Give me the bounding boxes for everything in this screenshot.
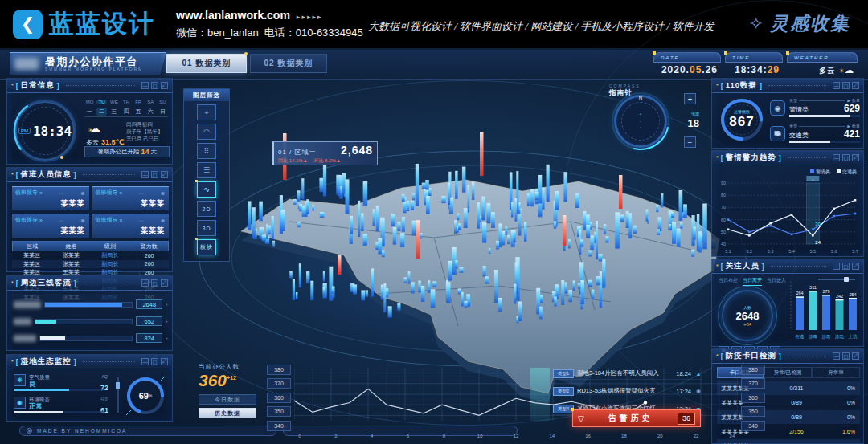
layer-chart-button[interactable]: ∿: [197, 181, 216, 198]
alert-row[interactable]: 类型2 RD13-53栋烟感报警疑似火灾 17:24 ◉: [553, 385, 702, 397]
svg-text:涉黑: 涉黑: [822, 334, 832, 340]
tooltip-yoy: 同比 14.1%▲: [278, 157, 308, 165]
svg-text:90: 90: [721, 181, 726, 185]
weather-temp: 31.5℃: [101, 138, 124, 146]
occupancy-yaxis-left: 380370360350340: [267, 365, 291, 434]
expand-icon[interactable]: ⤢: [852, 352, 859, 360]
svg-text:5.2: 5.2: [747, 249, 753, 254]
zoom-out-button[interactable]: −: [684, 136, 696, 148]
duty-card[interactable]: 值班领导»⋯⊗某某某: [12, 186, 89, 210]
minimize-icon[interactable]: —: [833, 154, 840, 161]
chevron-icon: »: [39, 218, 43, 223]
tab-today-enter[interactable]: 当日进入: [767, 277, 786, 286]
minimize-icon[interactable]: —: [833, 352, 840, 360]
today-data-button[interactable]: 今日数据: [199, 394, 256, 405]
layer-3d-button[interactable]: 3D: [197, 220, 216, 236]
window-icon[interactable]: ▢: [151, 171, 158, 178]
leaf-icon: ❋: [14, 374, 26, 386]
duty-card[interactable]: 值班领导»⋯⊗某某某: [92, 214, 170, 238]
expand-icon[interactable]: ⤢: [852, 154, 859, 161]
minimize-icon[interactable]: —: [141, 279, 149, 287]
window-icon[interactable]: ▢: [842, 352, 850, 360]
svg-text:311: 311: [809, 285, 817, 290]
tab-today-left[interactable]: 当日离开: [743, 277, 762, 286]
layer-pin-button[interactable]: ⌖: [197, 104, 216, 120]
week-row-en[interactable]: MOTUWETHFRSASU: [84, 100, 168, 104]
window-icon[interactable]: ▢: [151, 82, 158, 89]
expand-icon[interactable]: ⤢: [161, 171, 168, 178]
col-abnormal-rate[interactable]: 异常率: [812, 367, 860, 378]
layer-2d-button[interactable]: 2D: [197, 201, 216, 217]
title-logo-blur: [14, 58, 39, 70]
svg-text:5.3: 5.3: [768, 249, 774, 254]
collect-badge[interactable]: ✧ 灵感收集: [749, 11, 850, 36]
dot-icon[interactable]: ◉: [694, 388, 702, 394]
layer-grid-button[interactable]: ⠿: [197, 143, 216, 159]
watermark-pill: ◉ MADE BY NEHOMMICOA: [19, 426, 276, 436]
layer-filter-panel: 图层筛选 ⌖ ◠ ⠿ ☰ ∿ 2D 3D 板块: [183, 88, 230, 262]
tooltip-value: 2,648: [341, 144, 373, 157]
col-abnormal-detected[interactable]: 异常/已检测: [764, 367, 812, 378]
eco-slider[interactable]: [117, 377, 119, 413]
window-icon[interactable]: ▢: [842, 263, 850, 270]
minimize-icon[interactable]: —: [833, 263, 840, 270]
svg-text:5.5: 5.5: [810, 249, 817, 254]
week-row-cn[interactable]: 一二三四五六日: [84, 108, 168, 116]
expand-icon[interactable]: ⤢: [161, 358, 168, 365]
arrows-icon: ▸▸▸▸▸: [297, 13, 323, 21]
table-row: 某某某某某2/2681.6%: [717, 439, 860, 444]
compass-dial[interactable]: N ⌃·⌄: [614, 95, 667, 148]
duty-card[interactable]: 值班领导»⋯⊗某某某: [92, 186, 170, 210]
layer-list-button[interactable]: ☰: [197, 162, 216, 178]
layer-block-button[interactable]: 板块: [197, 239, 216, 255]
duty-card[interactable]: 值班领导»⋯⊗某某某: [12, 214, 89, 238]
signal-icon: ◠: [203, 128, 210, 136]
minimize-icon[interactable]: —: [141, 82, 149, 89]
minimize-icon[interactable]: —: [141, 358, 149, 365]
zoom-in-button[interactable]: +: [684, 93, 696, 104]
redacted-label: [14, 301, 41, 308]
redacted-label: [14, 318, 31, 325]
office-count-label: 当前办公人数: [199, 363, 240, 371]
svg-text:5.1: 5.1: [725, 249, 731, 254]
svg-text:在逃: 在逃: [796, 334, 805, 339]
up-triangle-icon[interactable]: ▲: [694, 371, 702, 377]
expand-icon[interactable]: ⤢: [852, 263, 859, 270]
expand-icon[interactable]: ⤢: [852, 82, 859, 89]
layer-filter-title: 图层筛选: [184, 89, 229, 101]
panel-title: 关注人员: [726, 261, 760, 271]
expand-icon[interactable]: ⤢: [161, 279, 168, 287]
close-icon: ⊗: [161, 218, 166, 223]
expand-icon[interactable]: ⤢: [161, 82, 168, 89]
alert-row[interactable]: 类型1 湿地3-104片区有不明人员闯入 18:24 ▲: [553, 368, 702, 380]
tab-today-control[interactable]: 当日布控: [719, 277, 738, 286]
table-row: 某某某某某2/1561.6%: [717, 425, 860, 438]
minimize-icon[interactable]: —: [141, 171, 149, 178]
tab-data-category-1[interactable]: 01 数据类别: [166, 54, 247, 73]
window-icon[interactable]: ▢: [842, 154, 850, 161]
history-data-button[interactable]: 历史数据: [199, 408, 256, 418]
minimize-icon[interactable]: —: [833, 82, 840, 89]
website-link[interactable]: www.lanlanwork.com: [176, 9, 290, 22]
star-icon: ٭: [166, 302, 168, 307]
divider: [84, 116, 168, 117]
noise-item: ◉ 环境噪音 正常 分贝61: [14, 397, 108, 418]
window-icon[interactable]: ▢: [151, 358, 158, 365]
traffic-icon: ⛟: [770, 126, 785, 141]
svg-text:264: 264: [796, 291, 803, 295]
alarm-total-gauge: 总警情数867: [719, 96, 765, 143]
trend-line-chart[interactable]: 405060708090⌄5.15.25.35.45.55.65.73024: [715, 175, 860, 255]
tooltip-mom: 环比 6.2%▲: [314, 157, 341, 165]
alert-history-button[interactable]: ▽ 告警历史 36: [572, 409, 701, 427]
window-icon[interactable]: ▢: [842, 82, 850, 89]
focus-bar-chart[interactable]: 264在逃311涉毒279涉黑242涉恐254上访: [789, 277, 862, 344]
layer-signal-button[interactable]: ◠: [197, 124, 216, 140]
alert-history-count: 36: [678, 413, 695, 425]
tab-data-category-2[interactable]: 02 数据类别: [250, 54, 327, 73]
grid-icon: ⠿: [204, 147, 210, 155]
compass-widget: COMPASS 指南针 N ⌃·⌄ + 缩放18 −: [609, 84, 699, 161]
alarm-type-item: ◉ 类型▶数量 警情类629: [770, 98, 860, 120]
window-icon[interactable]: ▢: [151, 279, 158, 287]
sparkle-icon: ✧: [749, 14, 764, 35]
occupancy-xaxis: 024681012141618202224: [294, 434, 738, 438]
